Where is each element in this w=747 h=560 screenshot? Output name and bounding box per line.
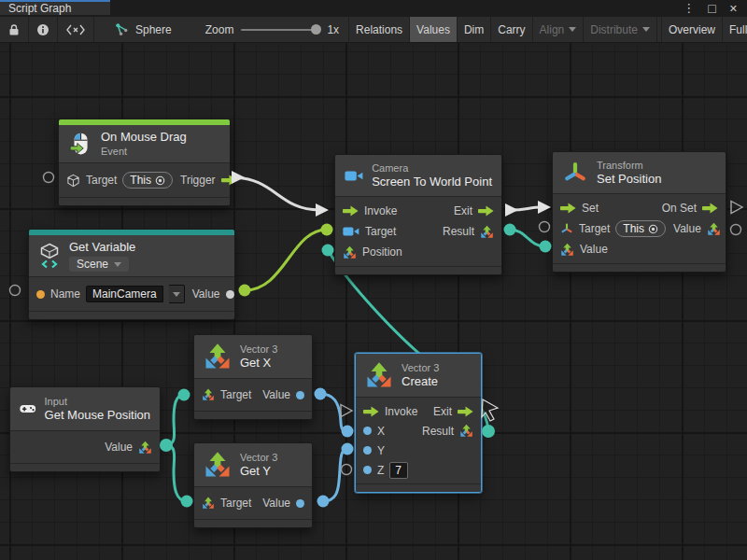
wire-trigger-to-invoke[interactable] <box>232 177 319 210</box>
toolbar-button-relations[interactable]: Relations <box>348 17 410 42</box>
node-category: Vector 3 <box>402 361 439 374</box>
variable-name-field[interactable]: MainCamera <box>86 286 163 302</box>
flow-out-arrow-icon <box>702 203 718 214</box>
connection-dot-vector3[interactable] <box>181 496 193 508</box>
node-get-variable[interactable]: Get Variable Scene Name MainCamera Valu <box>28 229 235 320</box>
toolbar-button-values[interactable]: Values <box>410 17 458 42</box>
port-label-exit: Exit <box>433 405 452 418</box>
vector3-icon <box>202 497 215 510</box>
target-this-pill[interactable]: This <box>122 172 173 189</box>
toolbar-button-dim[interactable]: Dim <box>458 17 491 42</box>
unconnected-port-circle[interactable] <box>44 173 54 183</box>
wire-gety-to-y[interactable] <box>323 449 347 501</box>
zoom-value: 1x <box>327 23 339 36</box>
node-set-position[interactable]: Transform Set Position Set On Set Target… <box>552 151 726 273</box>
flow-connection-triangle[interactable] <box>316 203 329 217</box>
connection-dot-float[interactable] <box>342 426 354 438</box>
variable-name-dropdown-button[interactable] <box>169 285 185 303</box>
connection-dot-vector3[interactable] <box>178 389 190 401</box>
port-dot-name-string[interactable] <box>36 290 45 299</box>
connection-dot-vector3[interactable] <box>482 425 495 438</box>
mouse-cursor <box>482 399 498 421</box>
unconnected-port-circle[interactable] <box>10 286 21 296</box>
wire-mouseposition-to-gety[interactable] <box>166 445 187 501</box>
wire-result-to-value[interactable] <box>510 230 545 246</box>
connection-dot-vector3[interactable] <box>540 241 552 253</box>
connection-dot-vector3[interactable] <box>322 245 334 257</box>
port-label-result: Result <box>422 425 454 438</box>
node-create-vector3[interactable]: Vector 3 Create Invoke Exit X Result <box>355 353 482 493</box>
node-on-mouse-drag[interactable]: On Mouse Drag Event Target This T <box>58 119 231 206</box>
graph-breadcrumb[interactable]: Sphere <box>107 17 179 42</box>
toolbar-button-distribute[interactable]: Distribute <box>584 17 657 42</box>
flow-out-arrow-icon <box>458 406 473 417</box>
node-title: Get Variable <box>69 240 135 255</box>
target-this-pill[interactable]: This <box>615 220 666 237</box>
info-icon <box>36 23 49 36</box>
flow-out-arrow-icon <box>221 175 237 186</box>
port-label-trigger: Trigger <box>180 174 216 187</box>
maximize-icon[interactable] <box>708 1 715 17</box>
node-get-mouse-position[interactable]: Input Get Mouse Position Value <box>9 386 161 472</box>
connection-dot-float[interactable] <box>317 496 330 508</box>
port-label-y: Y <box>377 444 385 457</box>
graph-canvas[interactable]: On Mouse Drag Event Target This T <box>0 43 747 560</box>
vector3-icon <box>204 343 232 371</box>
wire-mouseposition-to-getx[interactable] <box>166 395 184 445</box>
zoom-slider-handle[interactable] <box>311 24 321 35</box>
port-dot-value-float[interactable] <box>296 499 304 508</box>
flow-connection-triangle[interactable] <box>538 201 551 214</box>
radio-target-icon <box>155 175 165 186</box>
port-dot-value-object[interactable] <box>226 290 234 299</box>
z-value-field[interactable]: 7 <box>389 462 408 479</box>
lock-button[interactable] <box>0 17 29 42</box>
node-category: Vector 3 <box>240 343 277 356</box>
port-dot-x-float[interactable] <box>363 427 372 435</box>
code-preview-button[interactable] <box>58 17 94 42</box>
toolbar-button-carry[interactable]: Carry <box>491 17 532 42</box>
info-button[interactable] <box>29 17 58 42</box>
node-get-y[interactable]: Vector 3 Get Y Target Value <box>193 442 313 528</box>
close-icon[interactable] <box>729 1 738 16</box>
flow-out-arrow-icon <box>478 205 494 217</box>
variable-scope-dropdown[interactable]: Scene <box>69 257 129 272</box>
flow-in-arrow-icon <box>363 406 379 417</box>
unconnected-port-circle[interactable] <box>540 222 550 232</box>
wire-exit-to-set[interactable] <box>512 207 542 210</box>
toolbar-button-overview[interactable]: Overview <box>661 17 723 42</box>
connection-dot-vector3[interactable] <box>504 224 516 236</box>
radio-target-icon <box>648 224 658 234</box>
unconnected-port-circle[interactable] <box>731 225 741 235</box>
unconnected-port-circle[interactable] <box>342 465 352 475</box>
flow-connection-triangle[interactable] <box>505 203 518 217</box>
connection-dot-object[interactable] <box>239 285 251 297</box>
wire-variable-to-target[interactable] <box>245 230 327 290</box>
node-title: Get Mouse Position <box>45 408 150 423</box>
wire-getx-to-x[interactable] <box>320 394 347 431</box>
port-dot-value-float[interactable] <box>296 391 304 399</box>
connection-dot-vector3[interactable] <box>160 439 173 452</box>
zoom-slider[interactable] <box>241 29 319 31</box>
tab-script-graph[interactable]: Script Graph <box>0 0 110 15</box>
connection-dot-float[interactable] <box>342 443 354 455</box>
port-label-value-in: Value <box>580 243 608 256</box>
vector3-icon <box>343 245 357 259</box>
connection-dot-float[interactable] <box>315 388 327 400</box>
connection-dot-object[interactable] <box>321 224 333 236</box>
port-label-on-set: On Set <box>662 202 697 215</box>
node-screen-to-world-point[interactable]: Camera Screen To World Point Invoke Exit… <box>334 154 502 275</box>
unconnected-flow-port-triangle[interactable] <box>341 405 352 417</box>
port-label-value: Value <box>192 287 220 301</box>
gameobject-cube-icon <box>66 174 80 188</box>
toolbar-button-fullscreen[interactable]: Full Screen <box>723 17 747 42</box>
chevron-down-icon <box>173 292 180 297</box>
node-get-x[interactable]: Vector 3 Get X Target Value <box>193 334 313 420</box>
unconnected-flow-port-triangle[interactable] <box>731 202 742 214</box>
kebab-menu-icon[interactable] <box>683 1 695 16</box>
node-title: Create <box>402 374 439 389</box>
node-category: Transform <box>597 159 661 172</box>
port-label-target: Target <box>86 174 117 187</box>
port-dot-z-float[interactable] <box>363 466 372 474</box>
port-dot-y-float[interactable] <box>363 446 372 455</box>
toolbar-button-align[interactable]: Align <box>533 17 585 42</box>
